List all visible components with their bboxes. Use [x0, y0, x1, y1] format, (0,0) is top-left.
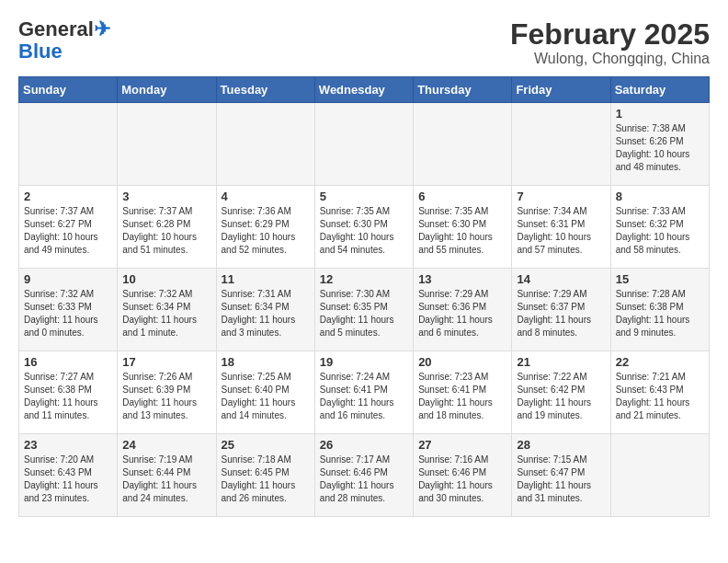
day-number: 23: [24, 438, 112, 452]
day-number: 3: [122, 190, 210, 203]
day-number: 2: [24, 190, 112, 203]
calendar-cell: 24Sunrise: 7:19 AM Sunset: 6:44 PM Dayli…: [118, 434, 216, 517]
calendar-cell: [610, 434, 709, 517]
day-info: Sunrise: 7:22 AM Sunset: 6:42 PM Dayligh…: [517, 371, 605, 422]
day-number: 5: [320, 190, 408, 203]
day-info: Sunrise: 7:35 AM Sunset: 6:30 PM Dayligh…: [320, 205, 408, 257]
day-number: 26: [320, 438, 408, 452]
day-info: Sunrise: 7:37 AM Sunset: 6:27 PM Dayligh…: [24, 205, 112, 257]
weekday-header-row: SundayMondayTuesdayWednesdayThursdayFrid…: [19, 77, 710, 103]
day-info: Sunrise: 7:25 AM Sunset: 6:40 PM Dayligh…: [222, 371, 310, 422]
weekday-header-saturday: Saturday: [610, 77, 709, 103]
day-number: 4: [222, 190, 310, 203]
day-number: 8: [616, 190, 704, 203]
day-number: 13: [418, 272, 506, 286]
day-number: 24: [122, 438, 210, 452]
day-number: 9: [24, 272, 112, 286]
page-header: General✈ Blue February 2025 Wulong, Chon…: [18, 18, 710, 67]
calendar-cell: 17Sunrise: 7:26 AM Sunset: 6:39 PM Dayli…: [118, 351, 216, 434]
day-number: 15: [616, 272, 704, 286]
calendar-cell: 11Sunrise: 7:31 AM Sunset: 6:34 PM Dayli…: [216, 269, 314, 351]
day-number: 6: [418, 190, 506, 203]
day-number: 22: [616, 355, 704, 369]
weekday-header-monday: Monday: [118, 77, 216, 103]
calendar-cell: 1Sunrise: 7:38 AM Sunset: 6:26 PM Daylig…: [610, 103, 709, 186]
calendar-cell: 2Sunrise: 7:37 AM Sunset: 6:27 PM Daylig…: [19, 186, 118, 269]
day-info: Sunrise: 7:15 AM Sunset: 6:47 PM Dayligh…: [517, 454, 605, 505]
day-info: Sunrise: 7:37 AM Sunset: 6:28 PM Dayligh…: [122, 205, 210, 257]
day-info: Sunrise: 7:17 AM Sunset: 6:46 PM Dayligh…: [320, 454, 408, 505]
day-info: Sunrise: 7:23 AM Sunset: 6:41 PM Dayligh…: [418, 371, 506, 422]
day-number: 28: [517, 438, 605, 452]
calendar-week-row: 16Sunrise: 7:27 AM Sunset: 6:38 PM Dayli…: [19, 351, 710, 434]
day-info: Sunrise: 7:30 AM Sunset: 6:35 PM Dayligh…: [320, 288, 408, 339]
day-info: Sunrise: 7:33 AM Sunset: 6:32 PM Dayligh…: [616, 205, 704, 257]
calendar-cell: [512, 103, 610, 186]
calendar-cell: 28Sunrise: 7:15 AM Sunset: 6:47 PM Dayli…: [512, 434, 610, 517]
day-info: Sunrise: 7:32 AM Sunset: 6:34 PM Dayligh…: [122, 288, 210, 339]
logo-blue-text: Blue: [18, 40, 63, 63]
weekday-header-friday: Friday: [512, 77, 610, 103]
weekday-header-sunday: Sunday: [19, 77, 118, 103]
calendar-cell: 10Sunrise: 7:32 AM Sunset: 6:34 PM Dayli…: [118, 269, 216, 351]
day-number: 16: [24, 355, 112, 369]
calendar-cell: [19, 103, 118, 186]
logo: General✈ Blue: [18, 18, 110, 63]
logo-bird-icon: ✈: [94, 17, 110, 40]
day-info: Sunrise: 7:28 AM Sunset: 6:38 PM Dayligh…: [616, 288, 704, 339]
weekday-header-wednesday: Wednesday: [314, 77, 413, 103]
calendar-cell: [314, 103, 413, 186]
calendar-week-row: 23Sunrise: 7:20 AM Sunset: 6:43 PM Dayli…: [19, 434, 710, 517]
day-info: Sunrise: 7:27 AM Sunset: 6:38 PM Dayligh…: [24, 371, 112, 422]
day-info: Sunrise: 7:31 AM Sunset: 6:34 PM Dayligh…: [222, 288, 310, 339]
day-number: 20: [418, 355, 506, 369]
calendar-table: SundayMondayTuesdayWednesdayThursdayFrid…: [18, 76, 710, 517]
calendar-cell: 22Sunrise: 7:21 AM Sunset: 6:43 PM Dayli…: [610, 351, 709, 434]
calendar-cell: 25Sunrise: 7:18 AM Sunset: 6:45 PM Dayli…: [216, 434, 314, 517]
calendar-week-row: 2Sunrise: 7:37 AM Sunset: 6:27 PM Daylig…: [19, 186, 710, 269]
day-info: Sunrise: 7:20 AM Sunset: 6:43 PM Dayligh…: [24, 454, 112, 505]
calendar-cell: 26Sunrise: 7:17 AM Sunset: 6:46 PM Dayli…: [314, 434, 413, 517]
calendar-cell: [118, 103, 216, 186]
calendar-cell: 6Sunrise: 7:35 AM Sunset: 6:30 PM Daylig…: [414, 186, 512, 269]
day-number: 27: [418, 438, 506, 452]
calendar-cell: 15Sunrise: 7:28 AM Sunset: 6:38 PM Dayli…: [610, 269, 709, 351]
calendar-cell: 5Sunrise: 7:35 AM Sunset: 6:30 PM Daylig…: [314, 186, 413, 269]
calendar-cell: 7Sunrise: 7:34 AM Sunset: 6:31 PM Daylig…: [512, 186, 610, 269]
day-number: 10: [122, 272, 210, 286]
day-info: Sunrise: 7:29 AM Sunset: 6:37 PM Dayligh…: [517, 288, 605, 339]
calendar-cell: 16Sunrise: 7:27 AM Sunset: 6:38 PM Dayli…: [19, 351, 118, 434]
day-info: Sunrise: 7:38 AM Sunset: 6:26 PM Dayligh…: [616, 122, 704, 174]
day-number: 1: [616, 107, 704, 121]
day-info: Sunrise: 7:26 AM Sunset: 6:39 PM Dayligh…: [122, 371, 210, 422]
day-info: Sunrise: 7:19 AM Sunset: 6:44 PM Dayligh…: [122, 454, 210, 505]
day-number: 25: [222, 438, 310, 452]
day-info: Sunrise: 7:18 AM Sunset: 6:45 PM Dayligh…: [222, 454, 310, 505]
day-info: Sunrise: 7:36 AM Sunset: 6:29 PM Dayligh…: [222, 205, 310, 257]
day-info: Sunrise: 7:24 AM Sunset: 6:41 PM Dayligh…: [320, 371, 408, 422]
day-info: Sunrise: 7:34 AM Sunset: 6:31 PM Dayligh…: [517, 205, 605, 257]
day-info: Sunrise: 7:16 AM Sunset: 6:46 PM Dayligh…: [418, 454, 506, 505]
calendar-cell: 4Sunrise: 7:36 AM Sunset: 6:29 PM Daylig…: [216, 186, 314, 269]
calendar-cell: 18Sunrise: 7:25 AM Sunset: 6:40 PM Dayli…: [216, 351, 314, 434]
day-info: Sunrise: 7:29 AM Sunset: 6:36 PM Dayligh…: [418, 288, 506, 339]
calendar-cell: [414, 103, 512, 186]
weekday-header-thursday: Thursday: [414, 77, 512, 103]
calendar-cell: 9Sunrise: 7:32 AM Sunset: 6:33 PM Daylig…: [19, 269, 118, 351]
day-number: 18: [222, 355, 310, 369]
day-number: 12: [320, 272, 408, 286]
day-info: Sunrise: 7:32 AM Sunset: 6:33 PM Dayligh…: [24, 288, 112, 339]
calendar-cell: 3Sunrise: 7:37 AM Sunset: 6:28 PM Daylig…: [118, 186, 216, 269]
day-number: 11: [222, 272, 310, 286]
calendar-week-row: 9Sunrise: 7:32 AM Sunset: 6:33 PM Daylig…: [19, 269, 710, 351]
day-number: 17: [122, 355, 210, 369]
calendar-week-row: 1Sunrise: 7:38 AM Sunset: 6:26 PM Daylig…: [19, 103, 710, 186]
calendar-cell: 23Sunrise: 7:20 AM Sunset: 6:43 PM Dayli…: [19, 434, 118, 517]
calendar-cell: [216, 103, 314, 186]
location-text: Wulong, Chongqing, China: [510, 51, 710, 67]
calendar-cell: 21Sunrise: 7:22 AM Sunset: 6:42 PM Dayli…: [512, 351, 610, 434]
weekday-header-tuesday: Tuesday: [216, 77, 314, 103]
calendar-cell: 14Sunrise: 7:29 AM Sunset: 6:37 PM Dayli…: [512, 269, 610, 351]
calendar-cell: 19Sunrise: 7:24 AM Sunset: 6:41 PM Dayli…: [314, 351, 413, 434]
calendar-cell: 20Sunrise: 7:23 AM Sunset: 6:41 PM Dayli…: [414, 351, 512, 434]
